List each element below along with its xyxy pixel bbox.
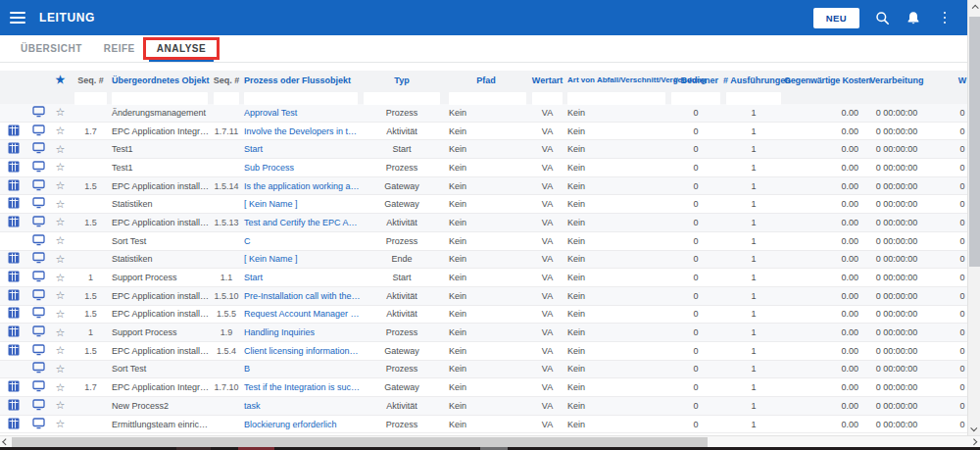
star-icon[interactable]: ☆	[56, 235, 66, 246]
table-row[interactable]: ☆ Test1 Start Start Kein VA Kein 0 1 0.0…	[0, 140, 967, 159]
header-typ[interactable]: Typ	[361, 73, 443, 85]
header-parent-object[interactable]: Übergeordnetes Objekt	[110, 73, 211, 85]
cell-process-link[interactable]: Request Account Manager on wa...	[242, 309, 361, 319]
tab-reife[interactable]: REIFE	[93, 35, 146, 62]
star-icon[interactable]: ☆	[56, 290, 66, 301]
filter-input-ausfuehrungen[interactable]	[726, 92, 781, 105]
cell-process-link[interactable]: Client licensing information filled?	[242, 346, 361, 356]
star-icon[interactable]: ☆	[56, 345, 66, 356]
grid-icon[interactable]	[8, 197, 20, 211]
header-star-icon[interactable]: ★	[49, 72, 72, 85]
grid-icon[interactable]	[8, 161, 20, 175]
cell-process-link[interactable]: Blockierung erforderlich	[242, 420, 361, 429]
new-button[interactable]: NEU	[813, 8, 859, 28]
cell-process-link[interactable]: Test if the Integration is success...	[242, 382, 361, 392]
table-row[interactable]: ☆ Änderungsmanagement Approval Test Proz…	[0, 104, 967, 123]
cell-process-link[interactable]: [ Kein Name ]	[242, 254, 361, 264]
table-row[interactable]: ☆ 1.7 EPC Application Integration 1.7.11…	[0, 123, 967, 141]
monitor-icon[interactable]	[32, 325, 45, 339]
star-icon[interactable]: ☆	[56, 382, 66, 393]
header-pfad[interactable]: Pfad	[443, 73, 529, 85]
monitor-icon[interactable]	[32, 252, 45, 266]
table-row[interactable]: ☆ 1 Support Process 1.1 Start Start Kein…	[0, 269, 967, 287]
table-row[interactable]: ☆ Sort Test B Prozess Kein VA Kein 0 1 0…	[0, 361, 967, 379]
star-icon[interactable]: ☆	[56, 180, 66, 191]
grid-icon[interactable]	[8, 325, 20, 339]
filter-input-parent[interactable]	[112, 92, 208, 105]
star-icon[interactable]: ☆	[56, 217, 66, 227]
monitor-icon[interactable]	[32, 216, 45, 229]
grid-icon[interactable]	[8, 399, 20, 413]
horizontal-scrollbar-thumb[interactable]	[12, 437, 708, 447]
filter-input-wertart[interactable]	[532, 92, 563, 105]
monitor-icon[interactable]	[32, 125, 45, 138]
header-w[interactable]: W	[931, 73, 967, 85]
header-ausfuehrungen[interactable]: # Ausführungen	[723, 73, 784, 85]
table-row[interactable]: ☆ 1.5 EPC Application installation 1.5.4…	[0, 342, 967, 361]
table-row[interactable]: ☆ 1.5 EPC Application installation 1.5.1…	[0, 177, 967, 196]
star-icon[interactable]: ☆	[56, 107, 66, 118]
monitor-icon[interactable]	[32, 197, 45, 211]
cell-process-link[interactable]: task	[242, 401, 361, 411]
filter-input-abfall[interactable]	[567, 92, 665, 105]
cell-process-link[interactable]: Start	[242, 273, 361, 282]
cell-process-link[interactable]: Approval Test	[242, 108, 361, 118]
cell-process-link[interactable]: Pre-Installation call with the Client	[242, 291, 361, 301]
table-row[interactable]: ☆ Statistiken [ Kein Name ] Ende Kein VA…	[0, 251, 967, 270]
monitor-icon[interactable]	[32, 289, 45, 303]
filter-input-process[interactable]	[244, 92, 358, 105]
grid-icon[interactable]	[8, 380, 20, 394]
star-icon[interactable]: ☆	[56, 273, 66, 283]
grid-icon[interactable]	[8, 307, 20, 321]
star-icon[interactable]: ☆	[56, 400, 66, 411]
cell-process-link[interactable]: [ Kein Name ]	[242, 199, 361, 209]
overflow-menu-icon[interactable]	[936, 9, 954, 26]
vertical-scrollbar-thumb[interactable]	[969, 17, 980, 267]
monitor-icon[interactable]	[32, 142, 45, 156]
notifications-icon[interactable]	[905, 9, 922, 26]
cell-process-link[interactable]: Test and Certify the EPC Applicat...	[242, 218, 361, 227]
monitor-icon[interactable]	[32, 161, 45, 175]
monitor-icon[interactable]	[32, 271, 45, 284]
header-abfall[interactable]: Art von Abfall/Verschnitt/Vergeudung	[565, 73, 668, 84]
table-row[interactable]: ☆ 1.5 EPC Application installation 1.5.5…	[0, 306, 967, 325]
tab-uebersicht[interactable]: ÜBERSICHT	[10, 35, 93, 62]
grid-icon[interactable]	[8, 216, 20, 229]
star-icon[interactable]: ☆	[56, 364, 66, 375]
star-icon[interactable]: ☆	[56, 309, 66, 320]
tab-analyse[interactable]: ANALYSE	[146, 35, 217, 62]
cell-process-link[interactable]: Sub Process	[242, 163, 361, 173]
header-seq1[interactable]: Seq. #	[72, 73, 110, 85]
monitor-icon[interactable]	[32, 234, 45, 248]
monitor-icon[interactable]	[32, 106, 45, 120]
filter-input-seq2[interactable]	[214, 92, 239, 105]
horizontal-scrollbar[interactable]	[0, 435, 980, 447]
monitor-icon[interactable]	[32, 307, 45, 321]
table-row[interactable]: ☆ Test1 Sub Process Prozess Kein VA Kein…	[0, 159, 967, 177]
table-row[interactable]: ☆ 1.7 EPC Application Integration 1.7.10…	[0, 378, 967, 397]
header-seq2[interactable]: Seq. #	[211, 73, 242, 85]
grid-icon[interactable]	[8, 179, 20, 193]
grid-icon[interactable]	[8, 344, 20, 358]
search-icon[interactable]	[873, 9, 891, 26]
monitor-icon[interactable]	[32, 418, 45, 431]
star-icon[interactable]: ☆	[56, 125, 66, 136]
monitor-icon[interactable]	[32, 179, 45, 193]
star-icon[interactable]: ☆	[56, 327, 66, 338]
table-row[interactable]: ☆ New Process2 task Aktivität Kein VA Ke…	[0, 397, 967, 416]
star-icon[interactable]: ☆	[56, 162, 66, 173]
scroll-up-icon[interactable]	[968, 0, 980, 14]
cell-process-link[interactable]: Is the application working as exp...	[242, 181, 361, 191]
cell-process-link[interactable]: B	[242, 364, 361, 374]
grid-icon[interactable]	[8, 142, 20, 156]
header-process-object[interactable]: Prozess oder Flussobjekt	[242, 73, 361, 85]
grid-icon[interactable]	[8, 418, 20, 431]
header-wertart[interactable]: Wertart	[529, 73, 565, 85]
grid-icon[interactable]	[8, 252, 20, 266]
filter-input-pfad[interactable]	[449, 92, 526, 105]
grid-icon[interactable]	[8, 125, 20, 138]
star-icon[interactable]: ☆	[56, 144, 66, 155]
header-verarbeitung[interactable]: Verarbeitung	[862, 73, 931, 85]
filter-input-typ[interactable]	[364, 92, 440, 105]
star-icon[interactable]: ☆	[56, 419, 66, 429]
